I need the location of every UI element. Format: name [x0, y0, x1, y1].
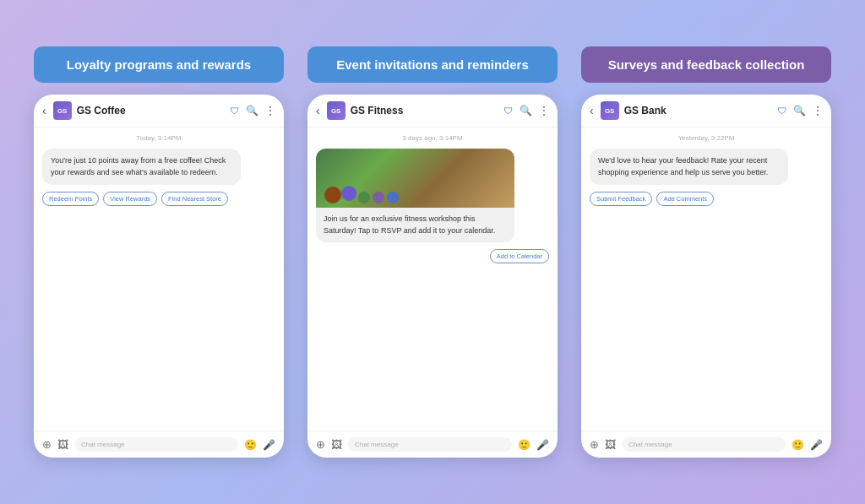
surveys-action-buttons: Submit Feedback Add Comments: [590, 192, 823, 206]
surveys-phone: ‹ GS GS Bank 🛡 🔍 ⋮ Yesterday, 3:22PM We'…: [581, 95, 831, 458]
more-icon[interactable]: ⋮: [813, 105, 823, 117]
view-rewards-button[interactable]: View Rewards: [103, 192, 157, 206]
shield-icon: 🛡: [777, 106, 786, 116]
more-icon[interactable]: ⋮: [539, 105, 549, 117]
loyalty-message: You're just 10 points away from a free c…: [42, 149, 241, 185]
find-nearest-store-button[interactable]: Find Nearest Store: [161, 192, 228, 206]
image-icon[interactable]: 🖼: [331, 438, 342, 451]
mic-icon[interactable]: 🎤: [536, 439, 549, 451]
surveys-topbar: ‹ GS GS Bank 🛡 🔍 ⋮: [581, 95, 831, 127]
events-timestamp: 3 days ago, 3:14PM: [316, 134, 549, 142]
back-icon[interactable]: ‹: [316, 104, 320, 117]
events-column: Event invitations and reminders ‹ GS GS …: [307, 46, 558, 458]
loyalty-phone-icons: 🛡 🔍 ⋮: [230, 105, 275, 117]
loyalty-content: Today, 3:14PM You're just 10 points away…: [34, 127, 284, 431]
shield-icon: 🛡: [230, 106, 239, 116]
surveys-badge: Surveys and feedback collection: [581, 46, 831, 84]
events-badge: Event invitations and reminders: [307, 46, 558, 84]
surveys-content: Yesterday, 3:22PM We'd love to hear your…: [581, 127, 831, 431]
surveys-timestamp: Yesterday, 3:22PM: [590, 134, 823, 142]
events-chat-input[interactable]: Chat message: [348, 437, 512, 452]
loyalty-bottombar: ⊕ 🖼 Chat message 🙂 🎤: [34, 431, 284, 458]
redeem-points-button[interactable]: Redeem Points: [42, 192, 99, 206]
surveys-column: Surveys and feedback collection ‹ GS GS …: [581, 46, 831, 458]
surveys-avatar: GS: [601, 101, 619, 120]
search-icon[interactable]: 🔍: [520, 105, 532, 117]
events-phone-icons: 🛡 🔍 ⋮: [503, 105, 549, 117]
search-icon[interactable]: 🔍: [246, 105, 258, 117]
events-message: Join us for an exclusive fitness worksho…: [316, 208, 514, 242]
loyalty-avatar: GS: [53, 101, 72, 120]
events-app-name: GS Fitness: [351, 105, 498, 117]
surveys-chat-input[interactable]: Chat message: [622, 437, 786, 452]
loyalty-topbar: ‹ GS GS Coffee 🛡 🔍 ⋮: [34, 95, 284, 127]
image-icon[interactable]: 🖼: [57, 438, 68, 451]
loyalty-column: Loyalty programs and rewards ‹ GS GS Cof…: [34, 46, 284, 458]
shield-icon: 🛡: [503, 106, 513, 116]
fitness-image: [316, 149, 514, 208]
add-icon[interactable]: ⊕: [316, 438, 325, 451]
emoji-icon[interactable]: 🙂: [518, 439, 530, 451]
image-icon[interactable]: 🖼: [605, 438, 616, 451]
surveys-app-name: GS Bank: [624, 105, 772, 117]
ball-green: [358, 192, 370, 203]
loyalty-timestamp: Today, 3:14PM: [42, 134, 275, 142]
emoji-icon[interactable]: 🙂: [244, 439, 257, 451]
surveys-phone-icons: 🛡 🔍 ⋮: [777, 105, 823, 117]
add-icon[interactable]: ⊕: [590, 438, 599, 451]
loyalty-action-buttons: Redeem Points View Rewards Find Nearest …: [42, 192, 275, 206]
submit-feedback-button[interactable]: Submit Feedback: [590, 192, 652, 206]
events-phone: ‹ GS GS Fitness 🛡 🔍 ⋮ 3 days ago, 3:14PM: [307, 95, 558, 458]
fitness-balls: [358, 192, 399, 203]
surveys-bottombar: ⊕ 🖼 Chat message 🙂 🎤: [581, 431, 831, 458]
events-topbar: ‹ GS GS Fitness 🛡 🔍 ⋮: [307, 95, 558, 127]
loyalty-badge: Loyalty programs and rewards: [34, 46, 284, 84]
add-comments-button[interactable]: Add Comments: [656, 192, 714, 206]
back-icon[interactable]: ‹: [590, 104, 594, 117]
surveys-message: We'd love to hear your feedback! Rate yo…: [590, 149, 788, 185]
events-bottombar: ⊕ 🖼 Chat message 🙂 🎤: [307, 431, 558, 458]
mic-icon[interactable]: 🎤: [810, 439, 823, 451]
events-image-message: Join us for an exclusive fitness worksho…: [316, 149, 514, 242]
more-icon[interactable]: ⋮: [265, 105, 275, 117]
events-action-buttons: Add to Calendar: [316, 249, 549, 263]
ball-blue: [387, 192, 399, 203]
loyalty-chat-input[interactable]: Chat message: [74, 437, 238, 452]
add-to-calendar-button[interactable]: Add to Calendar: [490, 249, 549, 263]
main-container: Loyalty programs and rewards ‹ GS GS Cof…: [0, 30, 865, 475]
events-avatar: GS: [327, 101, 345, 120]
events-content: 3 days ago, 3:14PM Join us for an exclus…: [307, 127, 558, 431]
mic-icon[interactable]: 🎤: [263, 439, 275, 451]
back-icon[interactable]: ‹: [42, 104, 46, 117]
search-icon[interactable]: 🔍: [793, 105, 806, 117]
ball-purple: [373, 192, 384, 203]
loyalty-app-name: GS Coffee: [77, 105, 225, 117]
emoji-icon[interactable]: 🙂: [792, 439, 804, 451]
loyalty-phone: ‹ GS GS Coffee 🛡 🔍 ⋮ Today, 3:14PM You'r…: [34, 95, 284, 458]
add-icon[interactable]: ⊕: [42, 438, 52, 451]
